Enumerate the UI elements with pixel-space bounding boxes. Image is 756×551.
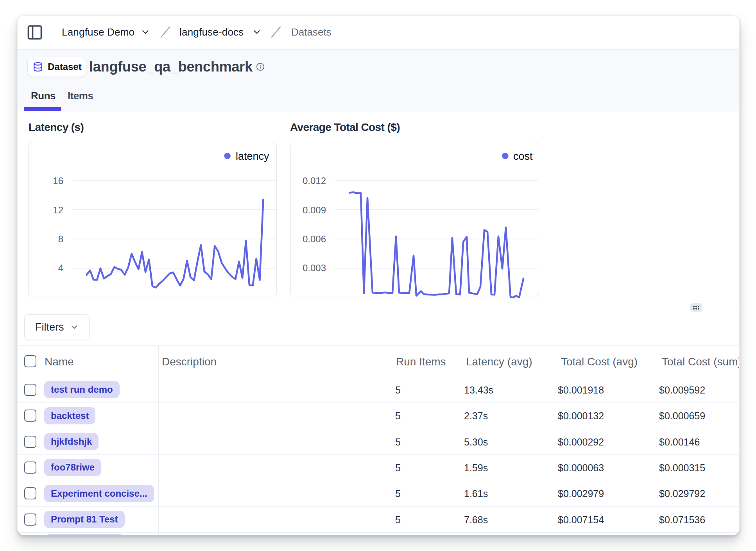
svg-text:cost: cost <box>513 150 533 162</box>
svg-text:4: 4 <box>58 263 63 273</box>
svg-text:0.003: 0.003 <box>303 263 326 273</box>
svg-text:16: 16 <box>53 175 63 186</box>
svg-text:8: 8 <box>58 234 63 244</box>
svg-text:latency: latency <box>236 150 269 162</box>
svg-text:0.012: 0.012 <box>303 175 326 186</box>
svg-text:12: 12 <box>53 205 63 215</box>
svg-text:0.006: 0.006 <box>303 234 326 244</box>
svg-text:0.009: 0.009 <box>303 205 326 215</box>
